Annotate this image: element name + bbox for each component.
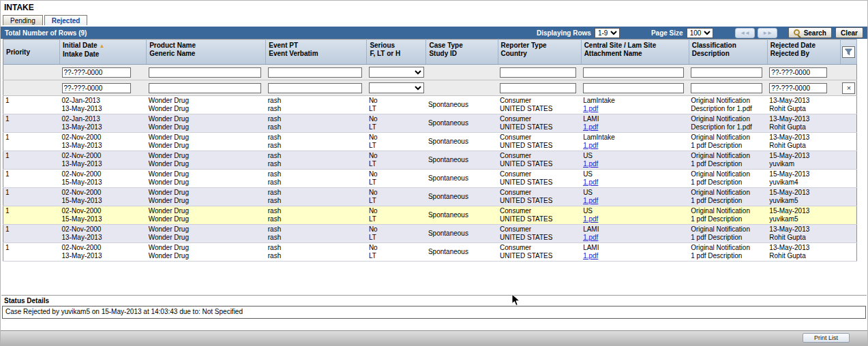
attachment-link[interactable]: 1.pdf	[583, 215, 598, 223]
column-header-priority[interactable]: Priority	[3, 40, 60, 65]
column-header-label: Product Name	[149, 42, 263, 50]
print-list-button[interactable]: Print List	[803, 333, 850, 343]
case-type-cell: Spontaneous	[426, 114, 498, 133]
classification-cell: Original Notification1 pdf Description	[689, 188, 767, 206]
filter-event-pt-input[interactable]	[268, 83, 362, 93]
product-cell: Wonder DrugWonder Drug	[147, 96, 266, 114]
classification-cell: Original Notification1 pdf Description	[689, 151, 767, 170]
site-cell: LAMI1.pdf	[581, 225, 689, 243]
filter-rejected-date-input[interactable]	[769, 83, 827, 93]
displaying-rows-select[interactable]: 1-9	[595, 28, 620, 38]
priority-cell: 1	[3, 243, 60, 262]
table-row[interactable]: 102-Nov-200015-May-2013Wonder DrugWonder…	[3, 188, 857, 206]
header-row: Priority Initial Date ▲ Intake Date Prod…	[3, 40, 857, 65]
serious-cell: NoLT	[367, 170, 426, 188]
site-cell: LAMI1.pdf	[581, 114, 689, 133]
filter-row-1	[3, 65, 857, 80]
column-header-central-site[interactable]: Central Site / Lam Site Attachment Name	[581, 40, 689, 65]
column-header-classification[interactable]: Classification Description	[689, 40, 767, 65]
site-cell: LAMI1.pdf	[581, 243, 689, 262]
funnel-icon	[845, 48, 852, 56]
table-row[interactable]: 102-Nov-200013-May-2013Wonder DrugWonder…	[3, 243, 857, 262]
filter-product-name-input[interactable]	[149, 67, 261, 78]
intake-window: INTAKE Pending Rejected Total Number of …	[0, 0, 868, 346]
attachment-link[interactable]: 1.pdf	[583, 105, 598, 112]
rejected-cell: 15-May-2013yuvikam5	[767, 188, 840, 206]
priority-cell: 1	[3, 151, 60, 170]
attachment-link[interactable]: 1.pdf	[583, 197, 598, 204]
classification-cell: Original Notification1 pdf Description	[689, 243, 767, 262]
attachment-link[interactable]: 1.pdf	[583, 123, 598, 131]
attachment-link[interactable]: 1.pdf	[583, 142, 598, 149]
table-row[interactable]: 102-Nov-200013-May-2013Wonder DrugWonder…	[3, 225, 857, 243]
table-row[interactable]: 102-Jan-201313-May-2013Wonder DrugWonder…	[3, 114, 857, 133]
clear-button[interactable]: Clear	[835, 27, 863, 38]
column-header-serious[interactable]: Serious F, LT or H	[367, 40, 426, 65]
clear-filter-button[interactable]: ×	[842, 82, 855, 94]
attachment-link[interactable]: 1.pdf	[583, 160, 598, 168]
filter-product-name-input[interactable]	[149, 83, 261, 93]
row-spacer-cell	[840, 96, 856, 114]
filter-serious-select[interactable]	[369, 82, 424, 93]
total-rows-label: Total Number of Rows (9)	[5, 29, 87, 37]
row-spacer-cell	[840, 133, 856, 151]
date-cell: 02-Nov-200013-May-2013	[60, 243, 147, 262]
column-header-product-name[interactable]: Product Name Generic Name	[147, 40, 266, 65]
table-row[interactable]: 102-Jan-201313-May-2013Wonder DrugWonder…	[3, 96, 857, 114]
intake-table: Priority Initial Date ▲ Intake Date Prod…	[3, 39, 857, 262]
event-cell: rashrash	[266, 96, 367, 114]
priority-cell: 1	[3, 133, 60, 151]
column-header-label: Central Site / Lam Site	[584, 42, 686, 50]
search-button[interactable]: Search	[788, 27, 832, 38]
table-row[interactable]: 102-Nov-200013-May-2013Wonder DrugWonder…	[3, 151, 857, 170]
table-row[interactable]: 102-Nov-200015-May-2013Wonder DrugWonder…	[3, 170, 857, 188]
filter-serious-select[interactable]	[369, 67, 424, 78]
filter-event-pt-input[interactable]	[268, 67, 362, 78]
filter-central-site-input[interactable]	[583, 83, 684, 93]
column-header-reporter-type[interactable]: Reporter Type Country	[498, 40, 581, 65]
reporter-cell: ConsumerUNITED STATES	[498, 206, 581, 225]
rejected-cell: 13-May-2013Rohit Gupta	[767, 133, 840, 151]
attachment-link[interactable]: 1.pdf	[583, 234, 598, 241]
reporter-cell: ConsumerUNITED STATES	[498, 96, 581, 114]
column-header-label: Case Type	[429, 42, 494, 50]
clear-button-label: Clear	[841, 29, 858, 37]
filter-funnel-button[interactable]	[842, 46, 855, 58]
table-row[interactable]: 102-Nov-200015-May-2013Wonder DrugWonder…	[3, 206, 857, 225]
product-cell: Wonder DrugWonder Drug	[147, 225, 266, 243]
attachment-link[interactable]: 1.pdf	[583, 178, 598, 186]
filter-central-site-input[interactable]	[583, 67, 684, 78]
page-size-select[interactable]: 100	[687, 28, 713, 38]
footer-bar: Print List	[1, 330, 867, 345]
filter-rejected-date-input[interactable]	[769, 67, 827, 78]
row-spacer-cell	[840, 243, 856, 262]
case-type-cell: Spontaneous	[426, 133, 498, 151]
classification-cell: Original Notification1 pdf Description	[689, 133, 767, 151]
tab-rejected[interactable]: Rejected	[44, 15, 88, 25]
date-cell: 02-Nov-200013-May-2013	[60, 225, 147, 243]
row-spacer-cell	[840, 151, 856, 170]
column-header-sublabel: F, LT or H	[370, 50, 423, 58]
next-page-button[interactable]: ►►	[758, 28, 777, 38]
filter-reporter-type-input[interactable]	[500, 83, 576, 93]
column-header-initial-date[interactable]: Initial Date ▲ Intake Date	[60, 40, 147, 65]
column-header-case-type[interactable]: Case Type Study ID	[426, 40, 498, 65]
filter-reporter-type-input[interactable]	[500, 67, 576, 78]
event-cell: rashrash	[266, 133, 367, 151]
filter-classification-input[interactable]	[691, 67, 762, 78]
filter-initial-date-input[interactable]	[62, 83, 132, 93]
filter-classification-input[interactable]	[691, 83, 762, 93]
event-cell: rashrash	[266, 206, 367, 225]
filter-initial-date-input[interactable]	[62, 67, 132, 78]
filter-case-type-cell	[426, 80, 498, 96]
table-row[interactable]: 102-Nov-200013-May-2013Wonder DrugWonder…	[3, 133, 857, 151]
tab-pending[interactable]: Pending	[3, 15, 43, 25]
column-header-label: Rejected Date	[770, 42, 837, 50]
attachment-link[interactable]: 1.pdf	[583, 252, 598, 260]
serious-cell: NoLT	[367, 96, 426, 114]
previous-page-button[interactable]: ◄◄	[735, 28, 755, 38]
column-header-rejected-date[interactable]: Rejected Date Rejected By	[767, 40, 840, 65]
column-header-event-pt[interactable]: Event PT Event Verbatim	[266, 40, 367, 65]
column-header-filter	[840, 40, 856, 65]
row-spacer-cell	[840, 170, 856, 188]
